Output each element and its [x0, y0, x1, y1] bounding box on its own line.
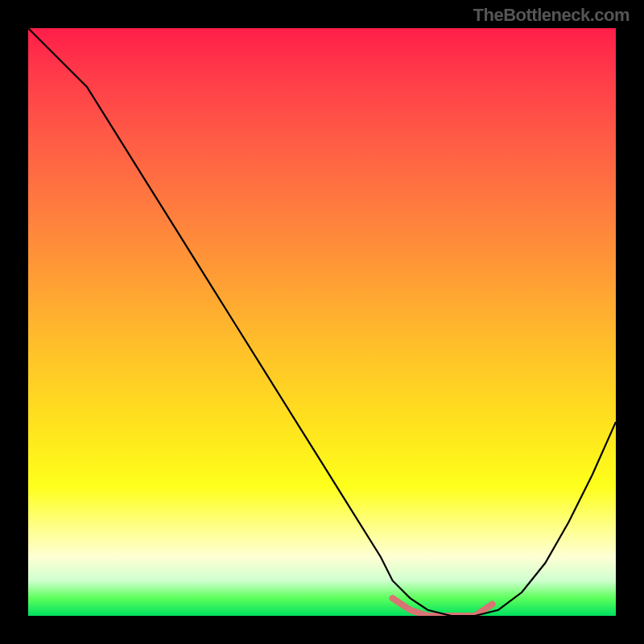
chart-frame: TheBottleneck.com	[0, 0, 644, 644]
watermark-text: TheBottleneck.com	[473, 5, 630, 26]
curve-layer	[28, 28, 616, 616]
bottleneck-curve-path	[28, 28, 616, 616]
plot-area	[28, 28, 616, 616]
